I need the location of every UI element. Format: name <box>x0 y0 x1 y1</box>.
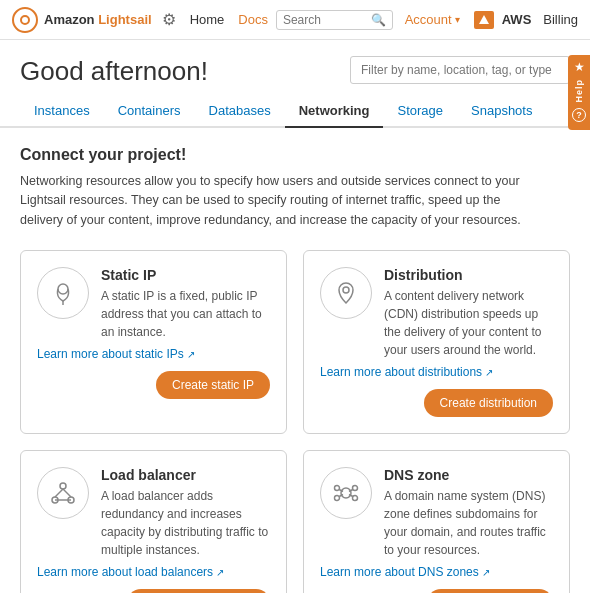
tabs-bar: Instances Containers Databases Networkin… <box>0 95 590 128</box>
load-balancer-icon-wrap <box>37 467 89 519</box>
static-ip-title: Static IP <box>101 267 270 283</box>
dns-zone-icon-wrap <box>320 467 372 519</box>
search-box: 🔍 <box>276 10 393 30</box>
account-caret-icon: ▾ <box>455 14 460 25</box>
tab-databases[interactable]: Databases <box>195 95 285 128</box>
logo-circle <box>12 7 38 33</box>
svg-point-11 <box>353 486 358 491</box>
static-ip-icon-wrap <box>37 267 89 319</box>
create-load-balancer-button[interactable]: Create load balancer <box>127 589 270 593</box>
page-header: Good afternoon! <box>0 40 590 95</box>
search-icon: 🔍 <box>371 13 386 27</box>
dns-zone-desc: A domain name system (DNS) zone defines … <box>384 487 553 559</box>
card-static-ip: Static IP A static IP is a fixed, public… <box>20 250 287 434</box>
external-link-icon: ↗ <box>187 349 195 360</box>
svg-line-7 <box>63 489 71 497</box>
distribution-icon-wrap <box>320 267 372 319</box>
tab-storage[interactable]: Storage <box>383 95 457 128</box>
top-nav: Amazon Lightsail ⚙ Home Docs 🔍 Account ▾… <box>0 0 590 40</box>
distribution-title: Distribution <box>384 267 553 283</box>
search-input[interactable] <box>283 13 371 27</box>
external-link-icon-3: ↗ <box>216 567 224 578</box>
connect-title: Connect your project! <box>20 146 570 164</box>
gear-icon[interactable]: ⚙ <box>162 10 176 29</box>
location-icon <box>332 279 360 307</box>
load-balancer-desc: A load balancer adds redundancy and incr… <box>101 487 270 559</box>
network-icon <box>331 478 361 508</box>
create-static-ip-button[interactable]: Create static IP <box>156 371 270 399</box>
svg-point-3 <box>60 483 66 489</box>
svg-point-13 <box>353 496 358 501</box>
aws-icon-box <box>474 11 494 29</box>
docs-link[interactable]: Docs <box>238 12 268 27</box>
svg-line-6 <box>55 489 63 497</box>
static-ip-link[interactable]: Learn more about static IPs ↗ <box>37 347 270 361</box>
filter-input[interactable] <box>350 56 570 84</box>
create-dns-zone-button[interactable]: Create DNS zone <box>427 589 553 593</box>
help-label: Help <box>574 79 584 103</box>
svg-point-2 <box>343 287 349 293</box>
logo-inner <box>20 15 30 25</box>
question-icon: ? <box>572 108 586 122</box>
tab-networking[interactable]: Networking <box>285 95 384 128</box>
create-distribution-button[interactable]: Create distribution <box>424 389 553 417</box>
distribution-link[interactable]: Learn more about distributions ↗ <box>320 365 553 379</box>
svg-point-10 <box>335 486 340 491</box>
feedback-sidebar[interactable]: ★ Help ? <box>568 55 590 130</box>
main-content: Connect your project! Networking resourc… <box>0 128 590 593</box>
account-menu[interactable]: Account ▾ <box>405 12 460 27</box>
load-balancer-title: Load balancer <box>101 467 270 483</box>
nodes-icon <box>48 478 78 508</box>
home-link[interactable]: Home <box>190 12 225 27</box>
brand-text: Amazon Lightsail <box>44 12 152 27</box>
external-link-icon-2: ↗ <box>485 367 493 378</box>
external-link-icon-4: ↗ <box>482 567 490 578</box>
billing-link[interactable]: Billing <box>543 12 578 27</box>
aws-label[interactable]: AWS <box>502 12 532 27</box>
distribution-desc: A content delivery network (CDN) distrib… <box>384 287 553 359</box>
tab-instances[interactable]: Instances <box>20 95 104 128</box>
dns-zone-title: DNS zone <box>384 467 553 483</box>
logo: Amazon Lightsail <box>12 7 152 33</box>
star-icon: ★ <box>574 60 585 74</box>
cards-grid: Static IP A static IP is a fixed, public… <box>20 250 570 593</box>
svg-point-9 <box>341 488 351 498</box>
card-distribution: Distribution A content delivery network … <box>303 250 570 434</box>
static-ip-desc: A static IP is a fixed, public IP addres… <box>101 287 270 341</box>
account-label: Account <box>405 12 452 27</box>
connect-description: Networking resources allow you to specif… <box>20 172 540 230</box>
tab-snapshots[interactable]: Snapshots <box>457 95 546 128</box>
card-load-balancer: Load balancer A load balancer adds redun… <box>20 450 287 593</box>
tab-containers[interactable]: Containers <box>104 95 195 128</box>
page-title: Good afternoon! <box>20 56 208 87</box>
card-dns-zone: DNS zone A domain name system (DNS) zone… <box>303 450 570 593</box>
svg-point-0 <box>58 284 68 294</box>
dns-zone-link[interactable]: Learn more about DNS zones ↗ <box>320 565 553 579</box>
load-balancer-link[interactable]: Learn more about load balancers ↗ <box>37 565 270 579</box>
connect-section: Connect your project! Networking resourc… <box>20 146 570 230</box>
pin-icon <box>49 279 77 307</box>
svg-point-12 <box>335 496 340 501</box>
